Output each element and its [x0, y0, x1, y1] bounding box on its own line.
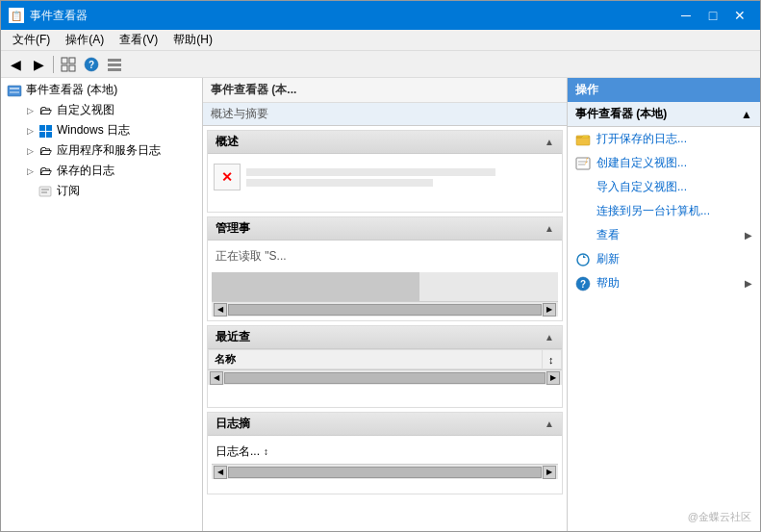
folder-icon-1: 🗁 [38, 103, 53, 118]
action-view-label: 查看 [596, 227, 739, 243]
action-open-saved-log[interactable]: 打开保存的日志... [568, 127, 760, 151]
section-admin-header[interactable]: 管理事 ▲ [208, 217, 562, 241]
error-icon-box: ✕ [214, 164, 241, 190]
minimize-button[interactable]: ─ [673, 5, 698, 26]
tree-label-2: Windows 日志 [57, 122, 130, 139]
window-icon: 📋 [9, 8, 24, 23]
tree-label-4: 保存的日志 [57, 163, 114, 179]
action-create-custom-view[interactable]: 创建自定义视图... [568, 151, 760, 175]
recent-scroll-right[interactable]: ▶ [546, 371, 560, 385]
section-log-arrow: ▲ [545, 418, 554, 429]
toolbar-back-button[interactable]: ◀ [5, 54, 26, 75]
section-overview: 概述 ▲ ✕ [207, 130, 563, 213]
refresh-icon [575, 252, 591, 267]
center-panel: 事件查看器 (本... 概述与摘要 概述 ▲ ✕ [203, 78, 568, 531]
action-connect-computer[interactable]: 连接到另一台计算机... [568, 199, 760, 223]
recent-scrollbar[interactable]: ◀ ▶ [208, 369, 562, 385]
menu-help[interactable]: 帮助(H) [165, 30, 220, 50]
tree-label-5: 订阅 [57, 183, 80, 199]
svg-rect-6 [108, 59, 121, 62]
main-content: 事件查看器 (本地) ▷ 🗁 自定义视图 ▷ Windows [1, 78, 760, 531]
log-scroll-thumb [228, 467, 542, 478]
svg-rect-10 [10, 88, 19, 89]
svg-rect-2 [62, 65, 67, 71]
section-recent: 最近查 ▲ 名称 ↕ [207, 325, 563, 408]
folder-icon-4: 🗁 [38, 164, 53, 179]
scroll-right-btn[interactable]: ▶ [543, 303, 556, 317]
tree-root[interactable]: 事件查看器 (本地) [3, 80, 200, 100]
recent-col-sort[interactable]: ↕ [543, 350, 562, 369]
maximize-button[interactable]: □ [700, 5, 725, 26]
close-button[interactable]: ✕ [727, 5, 752, 26]
scroll-left-btn[interactable]: ◀ [214, 303, 227, 317]
action-refresh-label: 刷新 [596, 251, 752, 267]
section-overview-title: 概述 [216, 134, 239, 150]
main-window: 📋 事件查看器 ─ □ ✕ 文件(F) 操作(A) 查看(V) 帮助(H) ◀ … [0, 0, 761, 532]
expand-icon-1: ▷ [22, 103, 38, 118]
menu-bar: 文件(F) 操作(A) 查看(V) 帮助(H) [1, 30, 760, 51]
svg-rect-3 [69, 65, 75, 71]
tree-item-saved-log[interactable]: ▷ 🗁 保存的日志 [3, 161, 200, 181]
svg-rect-14 [39, 132, 45, 138]
help-arrow-icon: ▶ [745, 278, 752, 289]
tree-item-custom-views[interactable]: ▷ 🗁 自定义视图 [3, 100, 200, 120]
svg-rect-8 [108, 68, 121, 71]
toolbar-list-button[interactable] [104, 54, 125, 75]
action-view[interactable]: 查看 ▶ [568, 223, 760, 247]
admin-loading-text: 正在读取 "S... [212, 244, 558, 268]
error-icon: ✕ [221, 169, 233, 185]
expand-icon-4: ▷ [22, 164, 38, 179]
tree-item-subscription[interactable]: 订阅 [3, 181, 200, 201]
toolbar-help-button[interactable]: ? [81, 54, 102, 75]
actions-header: 操作 [568, 78, 760, 102]
log-scroll-left[interactable]: ◀ [214, 466, 227, 479]
svg-rect-13 [46, 125, 52, 131]
action-help[interactable]: ? 帮助 ▶ [568, 271, 760, 295]
section-log-header[interactable]: 日志摘 ▲ [208, 413, 562, 436]
recent-col-name: 名称 [209, 350, 543, 369]
recent-scroll-left[interactable]: ◀ [210, 371, 223, 385]
menu-view[interactable]: 查看(V) [112, 30, 165, 50]
toolbar-separator-1 [53, 56, 54, 73]
subscription-icon [38, 184, 53, 199]
section-admin: 管理事 ▲ 正在读取 "S... ◀ ▶ [207, 216, 563, 321]
svg-rect-9 [8, 86, 21, 96]
menu-file[interactable]: 文件(F) [5, 30, 58, 50]
tree-label-3: 应用程序和服务日志 [57, 142, 161, 159]
admin-scrollbar[interactable]: ◀ ▶ [212, 301, 558, 317]
svg-text:?: ? [580, 279, 586, 290]
svg-rect-7 [108, 63, 121, 66]
help-icon: ? [575, 276, 591, 291]
create-view-icon [575, 156, 591, 171]
log-scrollbar[interactable]: ◀ ▶ [212, 464, 558, 479]
actions-section-title: 事件查看器 (本地) ▲ [568, 102, 760, 127]
action-create-label: 创建自定义视图... [596, 155, 752, 171]
toolbar-grid-button[interactable] [58, 54, 79, 75]
svg-rect-21 [576, 158, 590, 169]
action-connect-label: 连接到另一台计算机... [596, 203, 752, 219]
actions-section-label: 事件查看器 (本地) [575, 106, 667, 122]
action-import-custom-view[interactable]: 导入自定义视图... [568, 175, 760, 199]
section-recent-header[interactable]: 最近查 ▲ [208, 326, 562, 349]
section-overview-header[interactable]: 概述 ▲ [208, 131, 562, 154]
section-log-summary: 日志摘 ▲ 日志名... ↕ ◀ ▶ [207, 412, 563, 494]
connect-icon [575, 204, 591, 219]
right-panel: 操作 事件查看器 (本地) ▲ 打开保存的日志... [568, 78, 760, 531]
scroll-thumb [228, 304, 542, 316]
menu-action[interactable]: 操作(A) [58, 30, 112, 50]
svg-rect-0 [62, 58, 67, 63]
toolbar-forward-button[interactable]: ▶ [28, 54, 49, 75]
svg-rect-16 [39, 187, 51, 196]
actions-section-arrow: ▲ [741, 108, 752, 121]
toolbar: ◀ ▶ ? [1, 51, 760, 78]
action-refresh[interactable]: 刷新 [568, 247, 760, 271]
view-icon [575, 228, 591, 243]
window-controls: ─ □ ✕ [673, 5, 752, 26]
tree-item-app-service-log[interactable]: ▷ 🗁 应用程序和服务日志 [3, 140, 200, 161]
title-bar: 📋 事件查看器 ─ □ ✕ [1, 1, 760, 30]
log-scroll-right[interactable]: ▶ [543, 466, 556, 479]
windows-icon [38, 123, 53, 139]
tree-item-windows-log[interactable]: ▷ Windows 日志 [3, 120, 200, 140]
section-admin-content: 正在读取 "S... ◀ ▶ [208, 241, 562, 320]
log-name-row: 日志名... ↕ [212, 440, 558, 464]
